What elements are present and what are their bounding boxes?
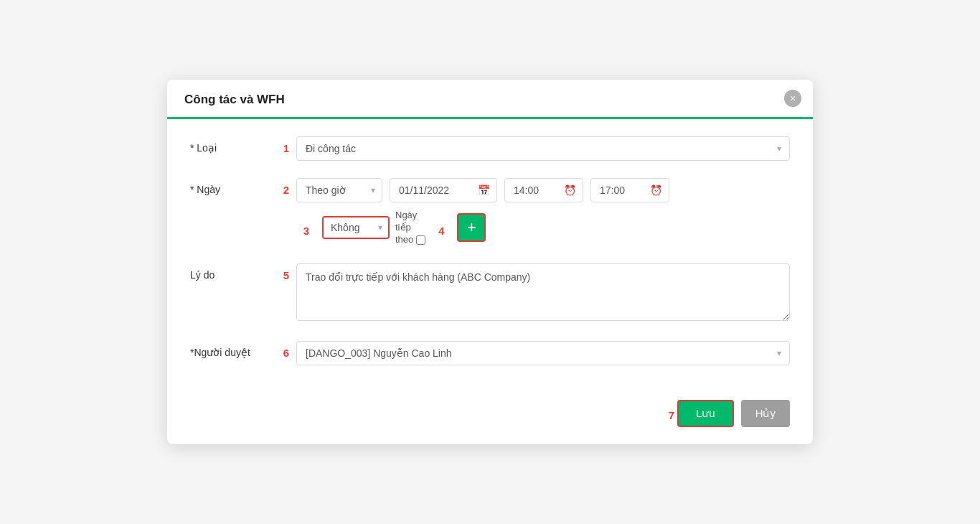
- ly-do-control: Trao đổi trực tiếp với khách hàng (ABC C…: [296, 263, 790, 324]
- ngay-tiep-theo-line3: theo: [395, 234, 413, 246]
- loai-control: Đi công tác: [296, 136, 790, 161]
- dialog-title: Công tác và WFH: [184, 93, 285, 106]
- theo-gio-select[interactable]: Theo giờ: [296, 178, 382, 202]
- loai-step: 1: [276, 136, 296, 154]
- ly-do-step: 5: [276, 263, 296, 281]
- nguoi-duyet-step: 6: [276, 341, 296, 359]
- clock-start-icon: ⏰: [564, 184, 576, 196]
- ngay-step: 2: [276, 178, 296, 196]
- theo-gio-wrapper: Theo giờ: [296, 178, 382, 202]
- khong-select[interactable]: Không: [324, 217, 388, 238]
- dialog-body: * Loại 1 Đi công tác * Ngày 2 Theo giờ: [167, 119, 813, 394]
- ngay-control: Theo giờ 📅 ⏰ ⏰: [296, 178, 790, 246]
- khong-step: 3: [296, 219, 316, 237]
- time-end-wrapper: ⏰: [590, 178, 669, 202]
- nguoi-duyet-row: *Người duyệt 6 [DANGO_003] Nguyễn Cao Li…: [190, 341, 790, 365]
- calendar-icon: 📅: [478, 184, 490, 196]
- ngay-tiep-theo-label: Ngày tiếp theo: [395, 210, 425, 246]
- luu-button[interactable]: Lưu: [677, 400, 734, 427]
- loai-select[interactable]: Đi công tác: [296, 136, 790, 161]
- loai-row: * Loại 1 Đi công tác: [190, 136, 790, 161]
- ly-do-textarea[interactable]: Trao đổi trực tiếp với khách hàng (ABC C…: [296, 263, 790, 321]
- huy-button[interactable]: Hủy: [741, 400, 790, 427]
- plus-step: 4: [431, 219, 451, 237]
- step-7: 7: [669, 405, 674, 421]
- dialog: Công tác và WFH × * Loại 1 Đi công tác *…: [167, 80, 813, 444]
- ngay-row: * Ngày 2 Theo giờ 📅 ⏰: [190, 178, 790, 246]
- ngay-label: * Ngày: [190, 178, 276, 195]
- nguoi-duyet-select-wrapper: [DANGO_003] Nguyễn Cao Linh: [296, 341, 790, 365]
- loai-label: * Loại: [190, 136, 276, 154]
- date-input-wrapper: 📅: [390, 178, 497, 202]
- khong-wrapper: Không: [322, 216, 390, 239]
- second-row: 3 Không Ngày tiếp theo 4: [296, 210, 790, 246]
- ly-do-label: Lý do: [190, 263, 276, 281]
- ngay-tiep-theo-check-line: theo: [395, 234, 425, 246]
- ly-do-row: Lý do 5 Trao đổi trực tiếp với khách hàn…: [190, 263, 790, 324]
- ngay-inner-row: Theo giờ 📅 ⏰ ⏰: [296, 178, 790, 202]
- ngay-tiep-theo-line1: Ngày: [395, 210, 417, 222]
- plus-button[interactable]: +: [457, 213, 486, 242]
- dialog-footer: 7 Lưu Hủy: [167, 394, 813, 444]
- nguoi-duyet-label: *Người duyệt: [190, 341, 276, 358]
- nguoi-duyet-select[interactable]: [DANGO_003] Nguyễn Cao Linh: [296, 341, 790, 365]
- clock-end-icon: ⏰: [650, 184, 662, 196]
- dialog-header: Công tác và WFH ×: [167, 80, 813, 107]
- close-button[interactable]: ×: [784, 90, 801, 107]
- footer-inner: 7 Lưu: [669, 400, 734, 427]
- time-start-wrapper: ⏰: [504, 178, 583, 202]
- ngay-tiep-theo-checkbox[interactable]: [416, 235, 425, 245]
- loai-select-wrapper: Đi công tác: [296, 136, 790, 161]
- nguoi-duyet-control: [DANGO_003] Nguyễn Cao Linh: [296, 341, 790, 365]
- ngay-tiep-theo-line2: tiếp: [395, 222, 411, 234]
